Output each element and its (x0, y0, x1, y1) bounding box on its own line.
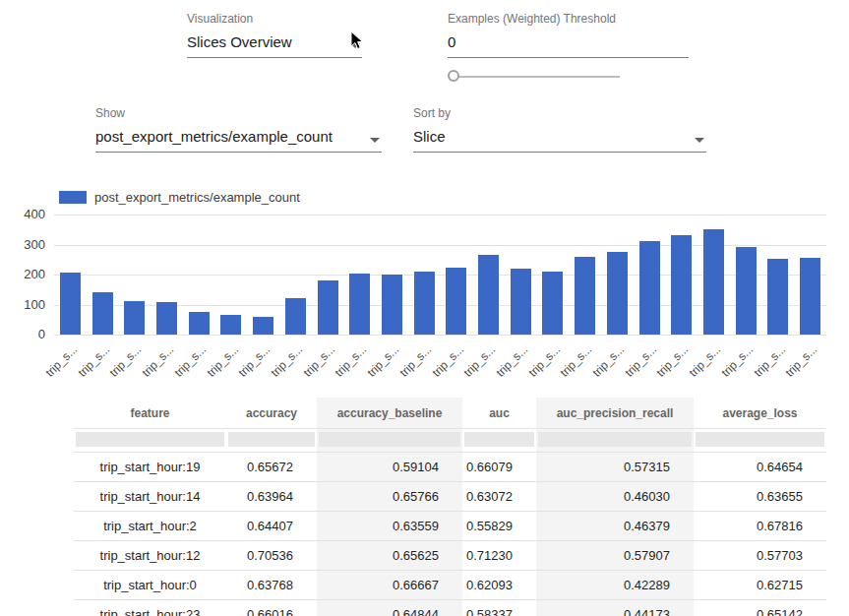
legend-label: post_export_metrics/example_count (94, 190, 300, 205)
sort-by-select[interactable]: Slice (413, 128, 706, 153)
table-cell: trip_start_hour:2 (74, 512, 226, 541)
bar[interactable] (542, 272, 563, 335)
x-axis-label: trip_s... (107, 342, 145, 380)
table-cell: 0.64654 (694, 453, 826, 482)
table-cell (226, 429, 317, 453)
table-row[interactable]: trip_start_hour:190.656720.591040.660790… (74, 453, 826, 482)
visualization-label: Visualization (187, 12, 362, 26)
y-axis-label: 300 (0, 237, 45, 252)
table-cell: 0.70536 (226, 541, 317, 571)
table-cell (317, 429, 462, 453)
table-cell: 0.46030 (536, 482, 694, 512)
x-axis-label: trip_s... (751, 342, 788, 380)
column-header-average_loss[interactable]: average_loss (694, 398, 826, 429)
slider-track (450, 76, 620, 78)
x-axis-label: trip_s... (590, 342, 628, 380)
bar[interactable] (124, 301, 145, 335)
table-cell: 0.66016 (226, 600, 317, 616)
table-cell: 0.55829 (462, 512, 536, 541)
threshold-input[interactable]: 0 (448, 33, 689, 58)
visualization-value: Slices Overview (187, 33, 292, 50)
column-header-feature[interactable]: feature (74, 398, 226, 429)
chevron-down-icon (370, 138, 380, 143)
gridline (54, 215, 826, 216)
legend-swatch (59, 191, 87, 204)
x-axis-label: trip_s... (171, 342, 209, 380)
bar[interactable] (671, 235, 692, 335)
table-row[interactable]: trip_start_hour:140.639640.657660.630720… (74, 482, 826, 512)
x-axis-label: trip_s... (718, 342, 756, 380)
table-cell: 0.71230 (462, 541, 536, 571)
bar[interactable] (285, 298, 306, 335)
bar[interactable] (349, 274, 370, 335)
show-select[interactable]: post_export_metrics/example_count (95, 128, 382, 153)
bar[interactable] (414, 272, 435, 335)
bar[interactable] (382, 275, 402, 335)
table-cell: 0.59104 (317, 453, 462, 482)
table-cell: 0.66079 (462, 453, 536, 482)
table-row[interactable]: trip_start_hour:00.637680.666670.620930.… (74, 571, 826, 600)
threshold-control: Examples (Weighted) Threshold 0 (448, 12, 689, 58)
show-value: post_export_metrics/example_count (95, 128, 333, 145)
bar[interactable] (575, 257, 595, 335)
y-axis-label: 200 (0, 267, 45, 281)
column-filter[interactable] (319, 432, 460, 447)
visualization-select[interactable]: Slices Overview (187, 33, 362, 58)
column-header-auc_precision_recall[interactable]: auc_precision_recall (536, 398, 694, 429)
table-cell: 0.65766 (317, 482, 462, 512)
table-header-row: featureaccuracyaccuracy_baselineaucauc_p… (74, 398, 826, 429)
bar[interactable] (767, 259, 788, 335)
table-row[interactable]: trip_start_hour:120.705360.656250.712300… (74, 541, 826, 571)
bar[interactable] (703, 229, 724, 335)
x-axis-label: trip_s... (429, 342, 466, 380)
column-filter[interactable] (464, 432, 534, 447)
x-axis-label: trip_s... (493, 342, 530, 380)
table-cell: 0.42289 (536, 571, 694, 600)
show-label: Show (95, 106, 382, 120)
column-filter[interactable] (696, 432, 824, 447)
table-row[interactable]: trip_start_hour:20.644070.635590.558290.… (74, 512, 826, 541)
threshold-slider[interactable] (450, 69, 620, 85)
bar[interactable] (189, 312, 210, 335)
table-cell (74, 429, 226, 453)
table-cell (694, 429, 826, 453)
bar[interactable] (607, 252, 628, 335)
column-header-accuracy_baseline[interactable]: accuracy_baseline (317, 398, 462, 429)
tfma-slicing-metrics-page: Visualization Slices Overview Examples (… (0, 0, 849, 616)
bar[interactable] (736, 247, 757, 335)
show-control: Show post_export_metrics/example_count (95, 106, 382, 153)
bar[interactable] (92, 292, 113, 335)
column-filter[interactable] (538, 432, 692, 447)
gridline (54, 335, 826, 336)
slider-handle[interactable] (448, 70, 459, 82)
column-header-accuracy[interactable]: accuracy (226, 398, 317, 429)
x-axis-label: trip_s... (461, 342, 499, 380)
y-axis-label: 400 (0, 207, 45, 221)
bar[interactable] (478, 255, 499, 335)
table-cell: 0.65672 (226, 453, 317, 482)
bar[interactable] (220, 315, 241, 335)
bar[interactable] (318, 280, 338, 335)
column-filter[interactable] (76, 432, 224, 447)
column-header-auc[interactable]: auc (462, 398, 536, 429)
plot-area (54, 215, 826, 335)
table-cell: 0.65142 (694, 600, 826, 616)
bar[interactable] (639, 241, 660, 335)
table-row[interactable]: trip_start_hour:230.660160.648440.583370… (74, 600, 826, 616)
bar[interactable] (800, 258, 820, 335)
metrics-table: featureaccuracyaccuracy_baselineaucauc_p… (74, 398, 826, 616)
table-cell: 0.62715 (694, 571, 826, 600)
x-axis-label: trip_s... (525, 342, 563, 380)
sort-by-value: Slice (413, 128, 446, 145)
bar[interactable] (511, 269, 531, 335)
bar[interactable] (253, 317, 273, 335)
y-axis-label: 0 (0, 327, 45, 341)
column-filter[interactable] (228, 432, 315, 447)
bar[interactable] (60, 273, 81, 335)
table-cell (536, 429, 694, 453)
x-axis-label: trip_s... (300, 342, 337, 380)
bar[interactable] (156, 302, 177, 335)
bar[interactable] (446, 268, 466, 335)
table-cell: trip_start_hour:0 (74, 571, 226, 600)
table-cell: 0.58337 (462, 600, 536, 616)
